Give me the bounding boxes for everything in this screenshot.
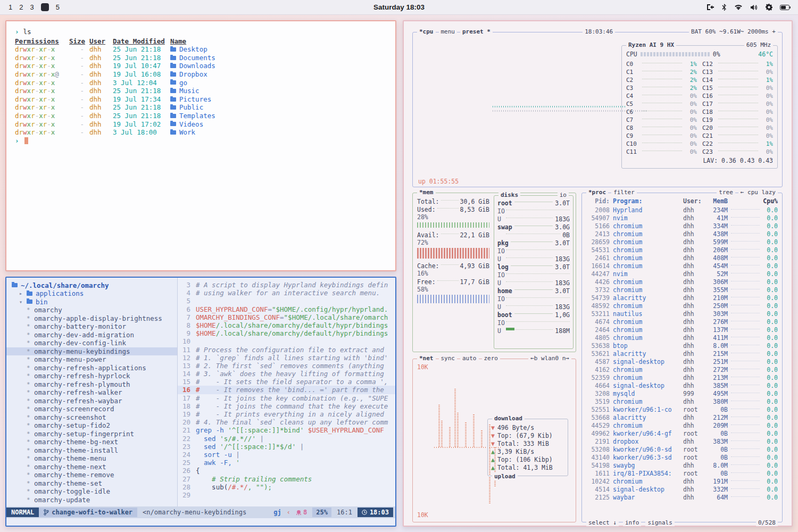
gear-icon[interactable] — [766, 4, 772, 11]
battery-icon[interactable] — [780, 5, 791, 10]
chip-menu[interactable]: menu — [439, 28, 458, 35]
logout-icon[interactable] — [706, 4, 714, 11]
chip-zero[interactable]: zero — [482, 355, 501, 362]
process-row[interactable]: 3732chromiumdhh355M0.0 — [586, 286, 778, 294]
process-row[interactable]: 4514signal-desktopdhh332M0.0 — [586, 485, 778, 493]
process-row[interactable]: 4805chromiumdhh411M0.0 — [586, 334, 778, 342]
tree-item[interactable]: *omarchy-setup-fido2 — [6, 421, 177, 430]
volume-icon[interactable] — [750, 4, 758, 11]
process-row[interactable]: 4162chromiumdhh272M0.0 — [586, 365, 778, 373]
process-row[interactable]: 16614chromiumdhh454M0.0 — [586, 262, 778, 270]
process-row[interactable]: 2413chromiumdhh438M0.0 — [586, 230, 778, 238]
tree-item[interactable]: ▾bin — [6, 298, 177, 306]
tree-item[interactable]: *omarchy — [6, 306, 177, 314]
tree-item[interactable]: *omarchy-apple-display-brightness — [6, 314, 177, 323]
battery-status-chip[interactable]: BAT 60% ~9.61W~ 2000ms + — [689, 28, 778, 35]
tree-item[interactable]: *omarchy-theme-remove — [6, 471, 177, 479]
mem-box-tab[interactable]: *mem — [417, 189, 436, 196]
tree-item[interactable]: *omarchy-theme-next — [6, 463, 177, 471]
process-row[interactable]: 53208kworker/u96:0-sdroot0B0.0 — [586, 445, 778, 453]
process-row[interactable]: 48592chromiumdhh250M0.0 — [586, 302, 778, 310]
tree-item[interactable]: *omarchy-setup-fingerprint — [6, 430, 177, 438]
process-row[interactable]: 2191dropboxdhh383M0.0 — [586, 437, 778, 445]
process-row[interactable]: 52359chromiumdhh213M0.0 — [586, 373, 778, 381]
chip-auto[interactable]: auto — [460, 355, 479, 362]
chip-proc[interactable]: *proc — [586, 189, 608, 196]
tree-item[interactable]: ▸applications — [6, 289, 177, 298]
process-row[interactable]: 54198swaybgdhh8.0M0.0 — [586, 461, 778, 469]
process-row[interactable]: 54907nvimdhh41M0.0 — [586, 214, 778, 222]
process-row[interactable]: 2008Hyprlanddhh234M0.0 — [586, 206, 778, 214]
net-interface-chip[interactable]: ←b wlan0 n→ — [528, 355, 571, 362]
tree-item[interactable]: *omarchy-screenrecord — [6, 405, 177, 413]
tree-item[interactable]: *omarchy-toggle-idle — [6, 487, 177, 496]
tree-item[interactable]: *omarchy-menu-keybindings — [6, 347, 177, 356]
disks-tab[interactable]: disks — [498, 192, 520, 198]
col-cpu[interactable]: Cpu% — [763, 197, 778, 205]
chip-preset[interactable]: preset * — [460, 28, 493, 35]
process-row[interactable]: 2125waybardhh64M0.0 — [586, 493, 778, 501]
tree-item[interactable]: *omarchy-theme-set — [6, 479, 177, 488]
chip-signals[interactable]: signals — [645, 519, 674, 526]
process-row[interactable]: 3208mysqld999495M0.0 — [586, 389, 778, 397]
tree-item[interactable]: *omarchy-refresh-applications — [6, 364, 177, 372]
process-row[interactable]: 28659chromiumdhh599M0.0 — [586, 238, 778, 246]
tree-item[interactable]: *omarchy-refresh-waybar — [6, 397, 177, 405]
terminal-window[interactable]: › ls Permissions Size User Date Modified… — [5, 20, 396, 271]
prompt-line-2[interactable]: › — [15, 137, 387, 145]
process-row[interactable]: 5166chromiumdhh334M0.0 — [586, 222, 778, 230]
chip-tree[interactable]: tree — [717, 189, 735, 196]
tree-root[interactable]: ~/.local/share/omarchy — [6, 281, 177, 289]
process-row[interactable]: 53621alacrittydhh215M0.0 — [586, 350, 778, 358]
process-row[interactable]: 44529chromiumdhh209M0.0 — [586, 421, 778, 429]
tree-item[interactable]: *omarchy-theme-menu — [6, 454, 177, 463]
process-row[interactable]: 4664signal-desktopdhh385M0.0 — [586, 381, 778, 389]
tree-item[interactable]: *omarchy-update — [6, 496, 177, 504]
tree-item[interactable]: *omarchy-refresh-hyprlock — [6, 372, 177, 380]
code-panel[interactable]: 3# A script to display Hyprland keybindi… — [178, 278, 395, 506]
chip-cpu-lazy[interactable]: ← cpu lazy — [738, 189, 778, 196]
chip-select[interactable]: select ↓ — [586, 519, 619, 526]
col-pid[interactable]: Pid: — [586, 197, 610, 205]
chip-sync[interactable]: sync — [439, 355, 458, 362]
process-row[interactable]: 44247nvimdhh52M0.0 — [586, 270, 778, 278]
tree-item[interactable]: *omarchy-screenshot — [6, 413, 177, 422]
process-row[interactable]: 10242chromiumdhh191M0.0 — [586, 477, 778, 485]
process-row[interactable]: 53668alacrittydhh212M0.0 — [586, 413, 778, 421]
process-row[interactable]: 54739alacrittydhh210M0.0 — [586, 294, 778, 302]
chip-info[interactable]: info — [623, 519, 642, 526]
process-row[interactable]: 4674chromiumdhh276M0.0 — [586, 318, 778, 326]
process-row[interactable]: 2464chromiumdhh137M0.0 — [586, 326, 778, 334]
chip-cpu[interactable]: *cpu — [417, 28, 436, 35]
process-row[interactable]: 53211nautilusdhh303M0.0 — [586, 310, 778, 318]
col-program[interactable]: Program: — [613, 197, 680, 205]
chip-net[interactable]: *net — [417, 355, 436, 362]
io-tab[interactable]: io — [558, 192, 569, 198]
process-row[interactable]: 3519chromiumdhh380M0.0 — [586, 397, 778, 405]
tree-item[interactable]: *omarchy-battery-monitor — [6, 322, 177, 331]
tree-item[interactable]: *omarchy-theme-bg-next — [6, 438, 177, 446]
tree-item[interactable]: *omarchy-refresh-plymouth — [6, 380, 177, 389]
process-row[interactable]: 4587signal-desktopdhh251M0.0 — [586, 358, 778, 365]
process-row[interactable]: 1611irq/81-PIXA3854:root0B0.0 — [586, 469, 778, 477]
process-row[interactable]: 43140kworker/u96:3-sdroot0B0.0 — [586, 453, 778, 461]
wifi-icon[interactable] — [734, 4, 743, 11]
tree-item[interactable]: *omarchy-menu-power — [6, 355, 177, 364]
col-memb[interactable]: MemB — [705, 197, 728, 205]
tree-item[interactable]: *omarchy-dev-add-migration — [6, 331, 177, 339]
file-date: 19 Jul 17:02 — [113, 120, 165, 129]
process-row[interactable]: 54531chromiumdhh206M0.0 — [586, 246, 778, 254]
editor-window[interactable]: ~/.local/share/omarchy ▸applications▾bin… — [5, 277, 396, 527]
tree-item[interactable]: *omarchy-theme-install — [6, 446, 177, 455]
process-row[interactable]: 49962kworker/u96:4-gfroot0B0.0 — [586, 429, 778, 437]
chip-filter[interactable]: filter — [611, 189, 637, 196]
process-row[interactable]: 2461chromiumdhh408M0.0 — [586, 254, 778, 262]
process-row[interactable]: 52551kworker/u96:1-coroot0B0.0 — [586, 405, 778, 413]
process-row[interactable]: 4426chromiumdhh306M0.0 — [586, 278, 778, 286]
col-user[interactable]: User: — [683, 197, 702, 205]
bluetooth-icon[interactable] — [722, 4, 727, 11]
tree-item[interactable]: *omarchy-refresh-walker — [6, 388, 177, 397]
btop-window[interactable]: *cpumenupreset * 18:03:46 BAT 60% ~9.61W… — [403, 20, 793, 527]
tree-item[interactable]: *omarchy-dev-config-link — [6, 339, 177, 347]
process-row[interactable]: 53638btopdhh8.0M0.0 — [586, 342, 778, 350]
